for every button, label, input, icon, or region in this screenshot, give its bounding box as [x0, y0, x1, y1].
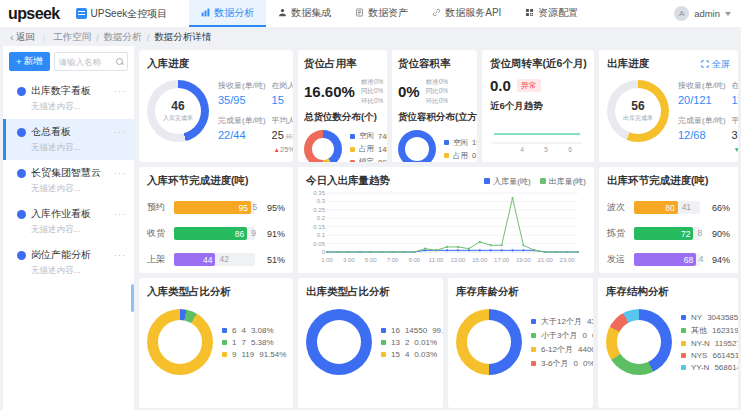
legend-value: 19171 — [472, 138, 477, 147]
card-inbound-progress: 入库进度 46入库完成率 接收量(单/吨)35/95在岗人数15完成量(单/吨)… — [139, 50, 293, 162]
more-menu-icon[interactable]: ··· — [114, 168, 126, 178]
card-title: 货位容积率 — [398, 57, 471, 71]
legend-item: 643.08% — [222, 326, 285, 335]
stat-value: 20/121 — [678, 94, 726, 106]
card-title: 出库环节完成进度(吨) — [607, 174, 730, 188]
legend-pct: 0.01% — [414, 338, 437, 347]
bar-track: 955 — [174, 201, 255, 214]
sidebar-item[interactable]: 长贸集团智慧云···无描述内容... — [3, 160, 134, 201]
card-title: 今日入出库量趋势 — [306, 174, 390, 188]
card-title: 入库类型占比分析 — [147, 285, 285, 299]
dashboard-list: 出库数字看板···无描述内容...仓总看板···无描述内容...长贸集团智慧云·… — [3, 78, 134, 283]
progress-bar-row: 拣货72890% — [607, 227, 730, 240]
legend-label: NY — [691, 313, 702, 322]
bar-label: 上架 — [147, 253, 169, 266]
fullscreen-button[interactable]: 全屏 — [701, 58, 730, 71]
legend-item: 空闲7466 — [350, 131, 381, 141]
grid-icon — [525, 8, 534, 17]
bar-label: 收货 — [147, 227, 169, 240]
card-title: 库存库龄分析 — [456, 285, 585, 299]
legend-color-swatch — [381, 340, 386, 345]
stat-label: 接收量(单/吨) — [218, 80, 266, 91]
more-menu-icon[interactable]: ··· — [114, 127, 126, 137]
legend-color-swatch — [444, 153, 449, 158]
avatar[interactable]: A — [674, 6, 689, 21]
card-daily-trend: 今日入出库量趋势 入库量(吨)出库量(吨) 00.050.10.150.20.2… — [298, 167, 594, 273]
trend-down-icon: ▼ — [734, 146, 738, 153]
stat: 完成量(单/吨)12/68 — [678, 115, 726, 154]
tab-2[interactable]: 数据资产 — [343, 0, 420, 27]
bar-rest-value: 42 — [219, 253, 228, 266]
user-menu[interactable]: A admin — [674, 6, 731, 21]
legend-color-swatch — [681, 341, 686, 346]
sidebar-item[interactable]: 出库数字看板···无描述内容... — [3, 78, 134, 119]
dashboard-icon — [17, 251, 26, 260]
tab-1[interactable]: 数据集成 — [266, 0, 343, 27]
back-button[interactable]: ‹返回 — [10, 31, 35, 44]
svg-text:5: 5 — [544, 146, 548, 153]
benchmark-line: 同比0% — [426, 86, 448, 95]
more-menu-icon[interactable]: ··· — [114, 86, 126, 96]
sidebar-item[interactable]: 仓总看板···无描述内容... — [3, 119, 134, 160]
sidebar-scrollbar[interactable] — [131, 284, 134, 312]
legend-value: 8952 — [378, 158, 387, 162]
bar-fill: 72 — [634, 227, 693, 240]
tab-label: 数据服务API — [445, 6, 501, 20]
outbound-completion-donut: 56出库完成率 — [607, 80, 669, 142]
legend-item: 175.38% — [222, 338, 285, 347]
bar-rest-value: 5 — [253, 201, 258, 214]
legend-label: 9 — [232, 350, 236, 359]
stat-label: 在岗人数 — [732, 80, 738, 91]
add-dashboard-button[interactable]: +新增 — [9, 52, 50, 71]
stat-value: 30环比▼-6.25% — [732, 129, 738, 154]
project-switcher[interactable]: UPSeek全控项目 — [76, 7, 168, 21]
stat-value: 25环比▲25% — [272, 129, 293, 154]
sidebar-item[interactable]: 入库作业看板···无描述内容... — [3, 201, 134, 242]
trend-legend-item[interactable]: 出库量(吨) — [540, 176, 586, 187]
pie-body: 大于12个月43634小于3个月00%6-12个月440013-6个月00% — [456, 309, 585, 375]
benchmark-line: 同比0% — [361, 86, 383, 95]
legend-color-swatch — [222, 352, 227, 357]
svg-text:0.3: 0.3 — [317, 198, 326, 204]
sidebar-item-row: 入库作业看板··· — [17, 207, 126, 221]
tab-0[interactable]: 数据分析 — [189, 0, 266, 27]
breadcrumb-workspace[interactable]: 工作空间 — [53, 31, 91, 44]
more-menu-icon[interactable]: ··· — [114, 209, 126, 219]
legend-item: 空闲19171 — [444, 138, 471, 148]
stat-delta: ▼-6.25% — [734, 145, 738, 154]
legend-color-swatch — [531, 319, 536, 324]
svg-text:11:00: 11:00 — [429, 257, 444, 263]
legend-pct: 0% — [592, 331, 593, 340]
document-icon — [355, 8, 364, 17]
legend-label: 13 — [391, 338, 400, 347]
card-inbound-steps: 入库环节完成进度(吨) 预约95595%收货86991%上架444251% — [139, 167, 293, 273]
svg-text:17:00: 17:00 — [494, 257, 510, 263]
legend-label: NY-N — [691, 339, 710, 348]
sidebar-item[interactable]: 岗位产能分析···无描述内容... — [3, 242, 134, 283]
outbound-step-bars: 波次804166%拣货72890%发运68494% — [607, 201, 730, 266]
legend-color-swatch — [350, 134, 355, 139]
project-icon — [76, 8, 87, 19]
card-outbound-steps: 出库环节完成进度(吨) 波次804166%拣货72890%发运68494% — [599, 167, 738, 273]
daily-trend-chart: 00.050.10.150.20.250.30.351:003:005:007:… — [306, 188, 584, 264]
stat: 平均人效30环比▼-6.25% — [732, 115, 738, 154]
sidebar-item-title: 入库作业看板 — [31, 207, 109, 221]
tab-3[interactable]: 数据服务API — [420, 0, 513, 27]
stat-value: 11 — [732, 94, 738, 106]
more-menu-icon[interactable]: ··· — [114, 250, 126, 260]
search-input[interactable] — [59, 57, 116, 67]
breadcrumb-analysis[interactable]: 数据分析 — [104, 31, 142, 44]
tab-4[interactable]: 资源配置 — [513, 0, 590, 27]
donut-value: 56 — [631, 99, 644, 113]
sidebar-item-desc: 无描述内容... — [31, 101, 126, 113]
legend-item: 其他16231997.85 — [681, 325, 730, 336]
trend-legend-item[interactable]: 入库量(吨) — [484, 176, 530, 187]
chevron-down-icon[interactable] — [725, 12, 731, 16]
bar-chart-icon — [201, 8, 210, 17]
username: admin — [694, 8, 720, 19]
legend-color-swatch — [381, 328, 386, 333]
slot-count-donut — [304, 130, 342, 162]
legend-label: 15 — [391, 350, 400, 359]
card-title: 入库环节完成进度(吨) — [147, 174, 285, 188]
svg-text:9:00: 9:00 — [408, 257, 420, 263]
